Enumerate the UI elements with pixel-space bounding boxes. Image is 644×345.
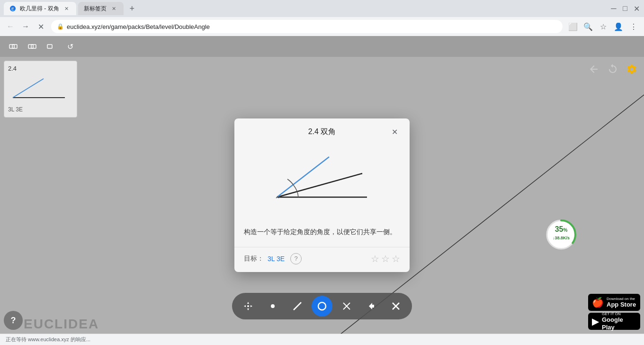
minimize-button[interactable]: ─ bbox=[610, 5, 617, 12]
svg-point-17 bbox=[271, 304, 275, 308]
modal-footer: 目标： 3L 3E ? ☆ ☆ ☆ bbox=[234, 247, 410, 272]
modal-description: 构造一个等于给定角度的角度，以便它们共享一侧。 bbox=[244, 221, 400, 243]
google-big-text: Google Play bbox=[602, 316, 636, 331]
modal-body: 构造一个等于给定角度的角度，以便它们共享一侧。 bbox=[234, 141, 410, 246]
bottom-toolbar bbox=[232, 293, 412, 319]
window-controls: ─ □ ✕ bbox=[610, 5, 640, 12]
level-modal: 2.4 双角 ✕ bbox=[234, 118, 410, 272]
bookmark-icon[interactable]: ☆ bbox=[597, 20, 610, 33]
title-bar: E 欧几里得 - 双角 ✕ 新标签页 ✕ + ─ □ ✕ bbox=[0, 0, 644, 17]
modal-stars: ☆ ☆ ☆ bbox=[371, 253, 400, 264]
svg-rect-6 bbox=[47, 45, 52, 48]
address-text: euclidea.xyz/en/game/packs/Beta/level/Do… bbox=[67, 23, 210, 30]
game-area[interactable]: 2.4 3L 3E 35% ↓38.8K/s 2.4 双角 ✕ bbox=[0, 57, 644, 334]
appstore-badge-text: Download on the App Store bbox=[607, 297, 636, 309]
google-small-text: GET IT ON bbox=[602, 312, 636, 316]
star-1: ☆ bbox=[371, 253, 379, 264]
toolbar-undo-next[interactable] bbox=[25, 39, 40, 54]
forward-button[interactable]: → bbox=[19, 20, 32, 33]
back-button[interactable]: ← bbox=[4, 20, 17, 33]
tool-back[interactable] bbox=[361, 296, 382, 317]
nav-right-icons: ⬜ 🔍 ☆ 👤 ⋮ bbox=[566, 20, 640, 33]
nav-bar: ← → ✕ 🔒 euclidea.xyz/en/game/packs/Beta/… bbox=[0, 17, 644, 36]
game-toolbar: ↺ bbox=[0, 36, 644, 57]
tab-close-inactive[interactable]: ✕ bbox=[110, 5, 118, 12]
translate-icon[interactable]: ⬜ bbox=[566, 20, 580, 33]
toolbar-undo-prev[interactable] bbox=[6, 39, 21, 54]
toolbar-forward[interactable] bbox=[44, 39, 59, 54]
svg-rect-5 bbox=[31, 45, 36, 48]
modal-overlay: 2.4 双角 ✕ bbox=[0, 57, 644, 334]
close-button[interactable]: ✕ bbox=[633, 5, 640, 12]
lock-icon: 🔒 bbox=[57, 23, 64, 30]
googleplay-badge[interactable]: ▶ GET IT ON Google Play bbox=[588, 313, 640, 330]
svg-line-18 bbox=[294, 302, 301, 310]
svg-point-19 bbox=[318, 302, 326, 310]
googleplay-badge-text: GET IT ON Google Play bbox=[602, 312, 636, 331]
address-bar[interactable]: 🔒 euclidea.xyz/en/game/packs/Beta/level/… bbox=[51, 20, 563, 33]
tool-intersect[interactable] bbox=[336, 296, 357, 317]
svg-rect-3 bbox=[12, 45, 17, 48]
status-bar: 正在等待 www.euclidea.xyz 的响应... bbox=[0, 334, 644, 345]
modal-title: 2.4 双角 bbox=[255, 127, 389, 137]
svg-text:E: E bbox=[11, 7, 14, 11]
svg-rect-2 bbox=[9, 45, 14, 48]
svg-line-13 bbox=[277, 173, 362, 197]
euclidea-logo: EUCLIDEA bbox=[24, 317, 99, 334]
new-tab-button[interactable]: + bbox=[125, 2, 139, 15]
search-icon[interactable]: 🔍 bbox=[581, 20, 595, 33]
tool-delete[interactable] bbox=[385, 296, 406, 317]
tab-title-inactive: 新标签页 bbox=[84, 5, 107, 13]
menu-icon[interactable]: ⋮ bbox=[627, 20, 640, 33]
googleplay-icon: ▶ bbox=[592, 316, 599, 327]
profile-icon[interactable]: 👤 bbox=[612, 20, 625, 33]
status-text: 正在等待 www.euclidea.xyz 的响应... bbox=[6, 336, 90, 343]
modal-close-button[interactable]: ✕ bbox=[389, 126, 400, 137]
modal-target-value: 3L 3E bbox=[268, 255, 285, 263]
modal-target-label: 目标： bbox=[244, 254, 264, 263]
appstore-big-text: App Store bbox=[607, 301, 636, 309]
tab-close-active[interactable]: ✕ bbox=[63, 5, 71, 12]
tool-point[interactable] bbox=[262, 296, 283, 317]
app-badges: 🍎 Download on the App Store ▶ GET IT ON … bbox=[588, 294, 640, 330]
modal-help-button[interactable]: ? bbox=[290, 253, 302, 264]
maximize-button[interactable]: □ bbox=[621, 5, 629, 12]
tab-title-active: 欧几里得 - 双角 bbox=[20, 5, 59, 13]
tab-active[interactable]: E 欧几里得 - 双角 ✕ bbox=[4, 2, 76, 15]
modal-header: 2.4 双角 ✕ bbox=[234, 118, 410, 141]
question-button[interactable]: ? bbox=[4, 311, 23, 330]
tool-circle[interactable] bbox=[312, 296, 332, 317]
modal-diagram bbox=[244, 145, 400, 221]
star-3: ☆ bbox=[392, 253, 400, 264]
tool-move[interactable] bbox=[238, 296, 259, 317]
apple-icon: 🍎 bbox=[592, 297, 604, 308]
toolbar-reset[interactable]: ↺ bbox=[63, 39, 78, 54]
appstore-small-text: Download on the bbox=[607, 297, 636, 301]
appstore-badge[interactable]: 🍎 Download on the App Store bbox=[588, 294, 640, 311]
reload-button[interactable]: ✕ bbox=[34, 20, 47, 33]
svg-rect-4 bbox=[28, 45, 33, 48]
star-2: ☆ bbox=[381, 253, 390, 264]
tool-line[interactable] bbox=[287, 296, 308, 317]
svg-line-14 bbox=[277, 157, 329, 197]
tab-favicon: E bbox=[9, 5, 16, 12]
tab-inactive[interactable]: 新标签页 ✕ bbox=[78, 2, 124, 15]
